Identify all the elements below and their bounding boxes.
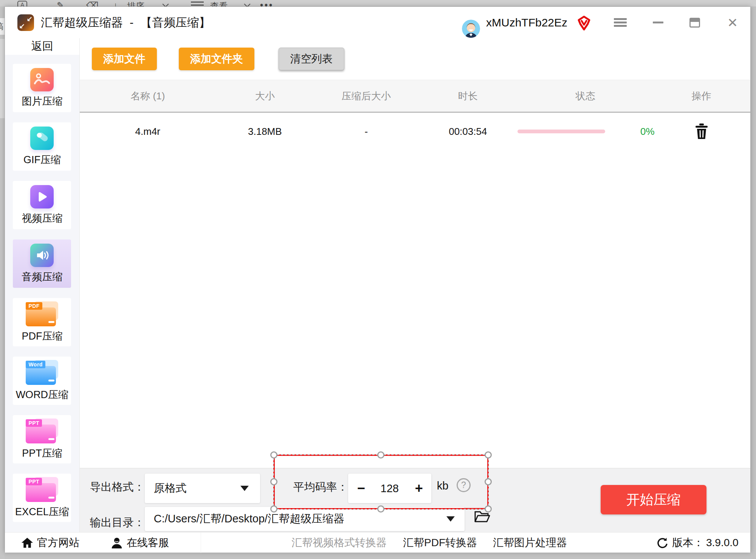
bitrate-value[interactable]: 128 <box>381 482 399 495</box>
progress-bar <box>517 130 605 133</box>
table-row: 4.m4r3.18MB-00:03:540% <box>80 113 750 150</box>
main-panel: 添加文件 添加文件夹 清空列表 名称 (1)大小压缩后大小时长状态操作 4.m4… <box>80 38 750 532</box>
video-icon <box>30 185 54 208</box>
bitrate-decrease-button[interactable]: − <box>357 480 365 496</box>
titlebar: ↙↙ 汇帮超级压缩器 - 【音频压缩】 xMUzhTFb22Ez <box>5 7 750 38</box>
page-title: 【音频压缩】 <box>140 15 211 31</box>
export-format-label: 导出格式： <box>90 480 145 495</box>
refresh-icon[interactable] <box>656 537 668 549</box>
online-service-label: 在线客服 <box>127 536 169 550</box>
sidebar-item-GIF压缩[interactable]: GIF压缩 <box>13 122 71 171</box>
background-left-edge: 稿 <box>0 6 5 559</box>
sidebar-item-图片压缩[interactable]: 图片压缩 <box>13 64 71 112</box>
background-explorer-toolbar: A ✎ ⌫ ↓ 排序 查看 ••• <box>0 0 756 6</box>
sidebar-item-PDF压缩[interactable]: PDFPDF压缩 <box>13 298 71 346</box>
sidebar-item-label: 图片压缩 <box>22 94 62 108</box>
bitrate-stepper: − 128 + <box>348 474 431 503</box>
footer-link-汇帮PDF转换器[interactable]: 汇帮PDF转换器 <box>403 533 477 553</box>
column-header-0: 名称 (1) <box>130 90 165 103</box>
selection-handle[interactable] <box>270 478 277 485</box>
compressed-size: - <box>364 126 368 137</box>
avatar[interactable] <box>462 20 480 38</box>
vip-badge-icon[interactable] <box>577 15 591 31</box>
column-header-3: 时长 <box>458 90 478 103</box>
menu-button[interactable] <box>608 7 632 38</box>
background-delete-icon: ⌫ <box>86 0 99 6</box>
help-icon[interactable]: ? <box>457 478 471 492</box>
selection-handle[interactable] <box>485 478 492 485</box>
customer-service-icon <box>111 537 123 549</box>
selection-handle[interactable] <box>377 451 384 459</box>
footer-link-汇帮图片处理器[interactable]: 汇帮图片处理器 <box>493 533 567 553</box>
output-dir-label: 输出目录： <box>90 515 145 530</box>
column-header-4: 状态 <box>576 90 595 103</box>
ppt-folder-icon: PPT <box>26 418 58 443</box>
sidebar-item-EXCEL压缩[interactable]: PPTEXCEL压缩 <box>13 474 71 522</box>
footer-divider <box>201 533 201 553</box>
sidebar-item-label: 视频压缩 <box>22 212 62 225</box>
footer-link-汇帮视频格式转换器[interactable]: 汇帮视频格式转换器 <box>291 533 387 553</box>
selection-handle[interactable] <box>377 505 384 513</box>
version-value: 3.9.0.0 <box>706 537 739 549</box>
background-more-button[interactable]: ••• <box>260 0 274 6</box>
maximize-button[interactable] <box>683 7 707 38</box>
export-format-value: 原格式 <box>154 481 187 496</box>
maximize-icon <box>689 18 700 28</box>
background-edit-icon: ✎ <box>57 0 64 6</box>
sidebar-item-视频压缩[interactable]: 视频压缩 <box>13 181 71 229</box>
online-service-link[interactable]: 在线客服 <box>111 533 169 553</box>
delete-file-icon[interactable] <box>694 123 709 140</box>
chevron-down-icon <box>163 1 169 6</box>
version-info: 版本：3.9.0.0 <box>656 533 739 553</box>
footer: 官方网站 在线客服 汇帮视频格式转换器汇帮PDF转换器汇帮图片处理器 版本：3.… <box>5 532 750 553</box>
selection-handle[interactable] <box>270 505 277 513</box>
sidebar-item-PPT压缩[interactable]: PPTPPT压缩 <box>13 415 71 463</box>
ppt-folder-icon: PPT <box>26 477 58 502</box>
app-title: 汇帮超级压缩器 <box>41 15 123 31</box>
file-list: 4.m4r3.18MB-00:03:540% <box>80 113 750 468</box>
gif-icon <box>30 127 54 150</box>
selection-handle[interactable] <box>485 451 492 459</box>
sidebar-item-label: EXCEL压缩 <box>15 505 69 519</box>
home-icon <box>21 537 33 549</box>
sidebar-item-label: PDF压缩 <box>22 329 62 343</box>
title-separator: - <box>130 16 133 29</box>
add-folder-button[interactable]: 添加文件夹 <box>179 48 254 70</box>
sidebar-item-音频压缩[interactable]: 音频压缩 <box>13 239 71 288</box>
add-file-button[interactable]: 添加文件 <box>92 48 157 70</box>
export-format-select[interactable]: 原格式 <box>145 474 260 503</box>
start-compress-button[interactable]: 开始压缩 <box>601 485 706 514</box>
clear-list-button[interactable]: 清空列表 <box>279 48 344 70</box>
app-window: ↙↙ 汇帮超级压缩器 - 【音频压缩】 xMUzhTFb22Ez <box>5 6 751 552</box>
settings-panel: 导出格式： 原格式 平均码率： − 128 + kb ? 开始压缩 输出目录： … <box>80 468 750 532</box>
close-button[interactable]: ✕ <box>720 7 745 38</box>
background-view-button[interactable]: 查看 <box>210 0 228 6</box>
bitrate-label: 平均码率： <box>293 480 348 495</box>
official-site-link[interactable]: 官方网站 <box>21 533 79 553</box>
chevron-down-icon <box>446 516 455 522</box>
background-sort-button[interactable]: 排序 <box>127 0 144 6</box>
sidebar-item-label: GIF压缩 <box>23 153 61 167</box>
sort-arrow-icon: ↓ <box>113 0 118 6</box>
image-icon <box>30 68 54 91</box>
selection-handle[interactable] <box>270 451 277 459</box>
window-title: 汇帮超级压缩器 - 【音频压缩】 <box>41 7 211 38</box>
hamburger-icon <box>614 17 627 28</box>
official-site-label: 官方网站 <box>37 536 79 550</box>
file-toolbar: 添加文件 添加文件夹 清空列表 <box>80 38 750 80</box>
selection-handle[interactable] <box>485 505 492 513</box>
sidebar-item-label: PPT压缩 <box>22 446 62 460</box>
column-header-1: 大小 <box>255 90 275 103</box>
view-lines-icon <box>191 2 204 6</box>
question-glyph: ? <box>461 480 466 490</box>
pdf-folder-icon: PDF <box>26 301 58 326</box>
table-header: 名称 (1)大小压缩后大小时长状态操作 <box>80 80 750 113</box>
sidebar-item-label: WORD压缩 <box>16 388 68 401</box>
sidebar-item-WORD压缩[interactable]: WordWORD压缩 <box>13 357 71 405</box>
username[interactable]: xMUzhTFb22Ez <box>486 7 567 38</box>
minimize-icon <box>653 22 663 23</box>
minimize-button[interactable] <box>646 7 670 38</box>
output-dir-select[interactable]: C:/Users/汇帮/Desktop/汇帮超级压缩器 <box>145 507 465 531</box>
back-button[interactable]: 返回 <box>5 38 79 55</box>
bitrate-increase-button[interactable]: + <box>415 480 423 496</box>
